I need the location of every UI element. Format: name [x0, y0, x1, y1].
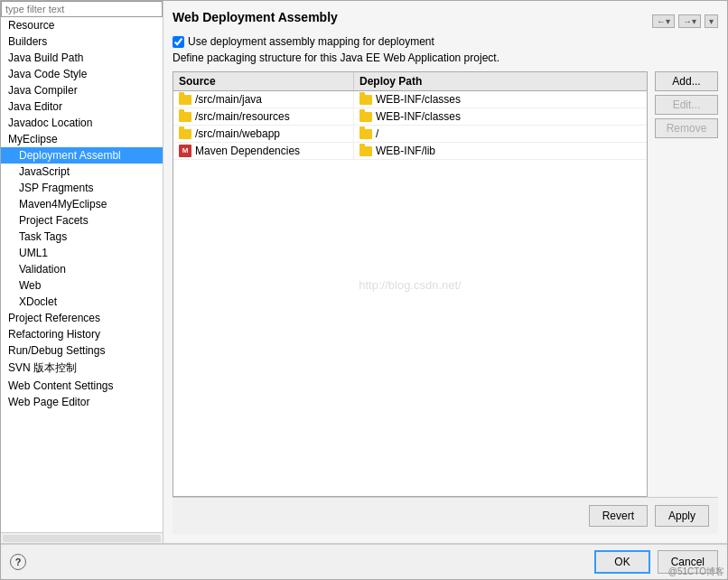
tree-item-maven4myeclipse[interactable]: Maven4MyEclipse	[1, 196, 163, 212]
tree-item-validation[interactable]: Validation	[1, 261, 163, 277]
tree-item-deployment-assembl[interactable]: Deployment Assembl	[1, 147, 163, 164]
table-row[interactable]: /src/main/webapp/	[173, 126, 647, 143]
source-text: /src/main/webapp	[195, 127, 280, 140]
folder-icon	[179, 95, 191, 105]
source-text: /src/main/java	[195, 93, 262, 106]
description-text: Define packaging structure for this Java…	[173, 51, 718, 64]
deploy-cell: WEB-INF/lib	[354, 143, 647, 159]
table-wrapper: Source Deploy Path /src/main/javaWEB-INF…	[173, 71, 648, 497]
tree-item-project-references[interactable]: Project References	[1, 310, 163, 326]
nav-forward-button[interactable]: →▾	[678, 14, 701, 28]
deploy-folder-icon	[359, 129, 372, 139]
tree-item-jsp-fragments[interactable]: JSP Fragments	[1, 180, 163, 196]
table-empty-area	[173, 160, 647, 496]
tree-item-run/debug-settings[interactable]: Run/Debug Settings	[1, 342, 163, 359]
deploy-folder-icon	[359, 112, 372, 122]
source-text: Maven Dependencies	[195, 145, 300, 157]
dialog: ResourceBuildersJava Build PathJava Code…	[0, 0, 728, 580]
table-container: Source Deploy Path /src/main/javaWEB-INF…	[173, 71, 718, 497]
tree-item-java-code-style[interactable]: Java Code Style	[1, 66, 163, 82]
tree-item-task-tags[interactable]: Task Tags	[1, 229, 163, 245]
deploy-cell: WEB-INF/classes	[354, 108, 647, 125]
table-row[interactable]: /src/main/javaWEB-INF/classes	[173, 91, 647, 108]
tree-item-web-page-editor[interactable]: Web Page Editor	[1, 394, 163, 410]
nav-back-button[interactable]: ←▾	[652, 14, 675, 28]
tree-item-resource[interactable]: Resource	[1, 17, 163, 33]
deploy-cell: /	[354, 126, 647, 142]
help-button[interactable]: ?	[10, 554, 26, 570]
tree-item-javascript[interactable]: JavaScript	[1, 164, 163, 180]
remove-button[interactable]: Remove	[655, 118, 718, 138]
maven-icon: M	[179, 145, 191, 157]
action-buttons: Add... Edit... Remove	[655, 71, 718, 497]
table-header: Source Deploy Path	[173, 72, 647, 91]
source-text: /src/main/resources	[195, 110, 290, 123]
left-panel: ResourceBuildersJava Build PathJava Code…	[1, 1, 163, 543]
source-cell: MMaven Dependencies	[173, 143, 354, 159]
source-cell: /src/main/resources	[173, 108, 354, 125]
deploy-text: WEB-INF/classes	[376, 93, 461, 106]
apply-button[interactable]: Apply	[655, 505, 709, 527]
deploy-text: /	[376, 127, 378, 140]
panel-toolbar: Web Deployment Assembly ←▾ →▾ ▾	[173, 10, 718, 32]
source-cell: /src/main/webapp	[173, 126, 354, 142]
ok-button[interactable]: OK	[594, 550, 649, 574]
table-row[interactable]: /src/main/resourcesWEB-INF/classes	[173, 108, 647, 126]
assembly-table: Source Deploy Path /src/main/javaWEB-INF…	[173, 71, 648, 497]
revert-button[interactable]: Revert	[589, 505, 648, 527]
deploy-folder-icon	[359, 95, 372, 105]
use-deployment-checkbox[interactable]	[173, 36, 184, 48]
dialog-body: ResourceBuildersJava Build PathJava Code…	[1, 1, 727, 543]
table-rows-container: /src/main/javaWEB-INF/classes/src/main/r…	[173, 91, 647, 160]
tree-item-web-content-settings[interactable]: Web Content Settings	[1, 378, 163, 394]
table-row[interactable]: MMaven DependenciesWEB-INF/lib	[173, 143, 647, 160]
scroll-track[interactable]	[3, 535, 161, 542]
tree-item-builders[interactable]: Builders	[1, 33, 163, 50]
col-source-header: Source	[173, 72, 354, 90]
deploy-cell: WEB-INF/classes	[354, 91, 647, 108]
tree-item-xdoclet[interactable]: XDoclet	[1, 294, 163, 310]
tree-item-java-build-path[interactable]: Java Build Path	[1, 50, 163, 66]
checkbox-label: Use deployment assembly mapping for depl…	[188, 35, 434, 48]
tree-item-refactoring-history[interactable]: Refactoring History	[1, 326, 163, 342]
tree-item-java-editor[interactable]: Java Editor	[1, 98, 163, 115]
folder-icon	[179, 129, 191, 139]
bottom-bar: Revert Apply	[173, 497, 718, 534]
right-panel: Web Deployment Assembly ←▾ →▾ ▾ Use depl…	[163, 1, 727, 543]
scrollbar-bottom	[1, 532, 163, 543]
panel-title: Web Deployment Assembly	[173, 10, 338, 24]
col-deploy-header: Deploy Path	[354, 72, 647, 90]
tree-item-java-compiler[interactable]: Java Compiler	[1, 82, 163, 98]
edit-button[interactable]: Edit...	[655, 95, 718, 115]
checkbox-row: Use deployment assembly mapping for depl…	[173, 35, 718, 48]
deploy-folder-icon	[359, 146, 372, 156]
source-cell: /src/main/java	[173, 91, 354, 108]
filter-input[interactable]	[1, 1, 163, 17]
deploy-text: WEB-INF/classes	[376, 110, 461, 123]
tree-item-project-facets[interactable]: Project Facets	[1, 212, 163, 229]
dialog-footer: ? OK Cancel	[1, 543, 727, 579]
tree-item-javadoc-location[interactable]: Javadoc Location	[1, 115, 163, 131]
attribution: @51CTO博客	[668, 566, 724, 578]
add-button[interactable]: Add...	[655, 71, 718, 91]
folder-icon	[179, 112, 191, 122]
tree-item-myeclipse[interactable]: MyEclipse	[1, 131, 163, 147]
tree-area: ResourceBuildersJava Build PathJava Code…	[1, 17, 163, 532]
tree-item-uml1[interactable]: UML1	[1, 245, 163, 261]
nav-menu-button[interactable]: ▾	[705, 14, 718, 28]
tree-item-svn-版本控制[interactable]: SVN 版本控制	[1, 359, 163, 378]
deploy-text: WEB-INF/lib	[376, 145, 435, 157]
tree-item-web[interactable]: Web	[1, 277, 163, 294]
